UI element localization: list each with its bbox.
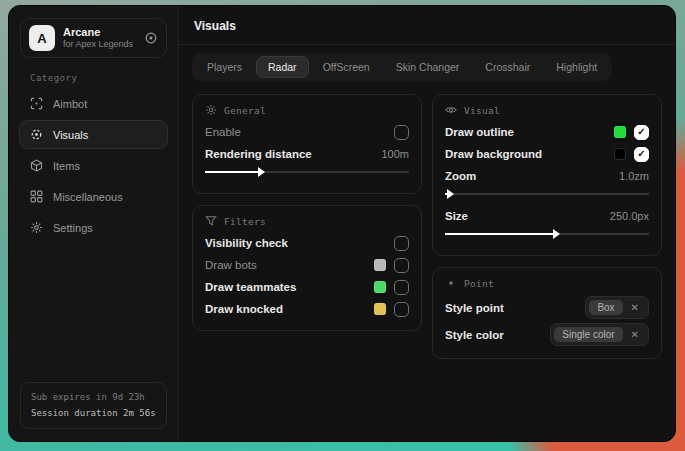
tab-highlight[interactable]: Highlight: [544, 56, 609, 78]
draw-knocked-color-swatch[interactable]: [374, 303, 386, 315]
app-subtitle: for Apex Legends: [63, 39, 133, 50]
sidebar-item-settings[interactable]: Settings: [19, 213, 168, 242]
main-header: Visuals: [179, 6, 675, 45]
zoom-value: 1.0zm: [619, 170, 649, 182]
panel-general: General Enable Rendering distance 100m: [192, 94, 422, 194]
tab-radar[interactable]: Radar: [256, 56, 309, 78]
category-label: Category: [30, 73, 178, 83]
app-name: Arcane: [63, 26, 133, 40]
content-grid: General Enable Rendering distance 100m: [179, 85, 675, 368]
setting-row-style-color: Style color Single color ✕: [445, 321, 649, 348]
crosshair-icon: [30, 97, 43, 110]
draw-background-color-swatch[interactable]: [614, 148, 626, 160]
page-title: Visuals: [194, 19, 660, 33]
grid-icon: [30, 190, 43, 203]
draw-bots-color-swatch[interactable]: [374, 259, 386, 271]
sidebar-item-label: Items: [53, 160, 80, 172]
sidebar-item-label: Visuals: [53, 129, 88, 141]
rendering-distance-slider[interactable]: [205, 166, 409, 178]
panel-title: Filters: [224, 216, 266, 227]
setting-row-draw-background: Draw background ✓: [445, 143, 649, 165]
draw-background-checkbox[interactable]: ✓: [634, 147, 649, 162]
sidebar-item-label: Settings: [53, 222, 93, 234]
setting-row-draw-knocked: Draw knocked: [205, 298, 409, 320]
setting-row-visibility-check: Visibility check: [205, 232, 409, 254]
sidebar-nav: Aimbot Visuals Items: [9, 89, 178, 242]
style-point-select[interactable]: Box ✕: [585, 296, 649, 319]
panel-title: Visual: [464, 105, 500, 116]
panel-title: General: [224, 105, 266, 116]
tab-row: Players Radar OffScreen Skin Changer Cro…: [179, 45, 675, 85]
gear-icon: [30, 221, 43, 234]
sidebar-item-items[interactable]: Items: [19, 151, 168, 180]
app-header: A Arcane for Apex Legends: [20, 18, 167, 58]
session-duration-text: Session duration 2m 56s: [31, 406, 156, 421]
setting-row-size: Size 250.0px: [445, 205, 649, 227]
close-icon[interactable]: ✕: [631, 329, 639, 340]
tab-skin-changer[interactable]: Skin Changer: [384, 56, 472, 78]
draw-knocked-checkbox[interactable]: [394, 302, 409, 317]
setting-row-draw-teammates: Draw teammates: [205, 276, 409, 298]
draw-outline-checkbox[interactable]: ✓: [634, 125, 649, 140]
style-point-selected: Box: [589, 300, 622, 315]
panel-filters: Filters Visibility check Draw bots: [192, 205, 422, 331]
eye-icon: [445, 104, 457, 116]
style-color-select[interactable]: Single color ✕: [550, 323, 649, 346]
setting-row-enable: Enable: [205, 121, 409, 143]
zoom-slider[interactable]: [445, 188, 649, 200]
setting-row-draw-bots: Draw bots: [205, 254, 409, 276]
tab-strip: Players Radar OffScreen Skin Changer Cro…: [192, 53, 612, 81]
sidebar: A Arcane for Apex Legends Category: [9, 6, 179, 441]
cube-icon: [30, 159, 43, 172]
panel-visual: Visual Draw outline ✓ Draw background: [432, 94, 662, 256]
size-value: 250.0px: [610, 210, 649, 222]
panel-point: Point Style point Box ✕ Style color: [432, 267, 662, 359]
draw-teammates-checkbox[interactable]: [394, 280, 409, 295]
draw-bots-checkbox[interactable]: [394, 258, 409, 273]
sub-expiry-text: Sub expires in 9d 23h: [31, 390, 156, 405]
funnel-icon: [205, 215, 217, 227]
sidebar-item-label: Aimbot: [53, 98, 87, 110]
sidebar-item-label: Miscellaneous: [53, 191, 123, 203]
tab-crosshair[interactable]: Crosshair: [473, 56, 542, 78]
sidebar-item-visuals[interactable]: Visuals: [19, 120, 168, 149]
close-icon[interactable]: ✕: [631, 302, 639, 313]
main-panel: Visuals Players Radar OffScreen Skin Cha…: [179, 6, 675, 441]
setting-row-style-point: Style point Box ✕: [445, 294, 649, 321]
size-slider[interactable]: [445, 228, 649, 240]
tab-offscreen[interactable]: OffScreen: [311, 56, 382, 78]
setting-row-zoom: Zoom 1.0zm: [445, 165, 649, 187]
gear-icon: [205, 104, 217, 116]
draw-teammates-color-swatch[interactable]: [374, 281, 386, 293]
dot-icon: [445, 277, 457, 289]
sidebar-item-miscellaneous[interactable]: Miscellaneous: [19, 182, 168, 211]
panel-title: Point: [464, 278, 494, 289]
target-icon[interactable]: [144, 31, 158, 45]
enable-checkbox[interactable]: [394, 125, 409, 140]
radar-icon: [30, 128, 43, 141]
draw-outline-color-swatch[interactable]: [614, 126, 626, 138]
rendering-distance-value: 100m: [381, 148, 409, 160]
app-window: A Arcane for Apex Legends Category: [8, 5, 676, 442]
setting-row-draw-outline: Draw outline ✓: [445, 121, 649, 143]
setting-row-rendering-distance: Rendering distance 100m: [205, 143, 409, 165]
style-color-selected: Single color: [554, 327, 622, 342]
visibility-check-checkbox[interactable]: [394, 236, 409, 251]
sidebar-item-aimbot[interactable]: Aimbot: [19, 89, 168, 118]
subscription-status: Sub expires in 9d 23h Session duration 2…: [20, 382, 167, 429]
app-logo: A: [29, 25, 55, 51]
tab-players[interactable]: Players: [195, 56, 254, 78]
